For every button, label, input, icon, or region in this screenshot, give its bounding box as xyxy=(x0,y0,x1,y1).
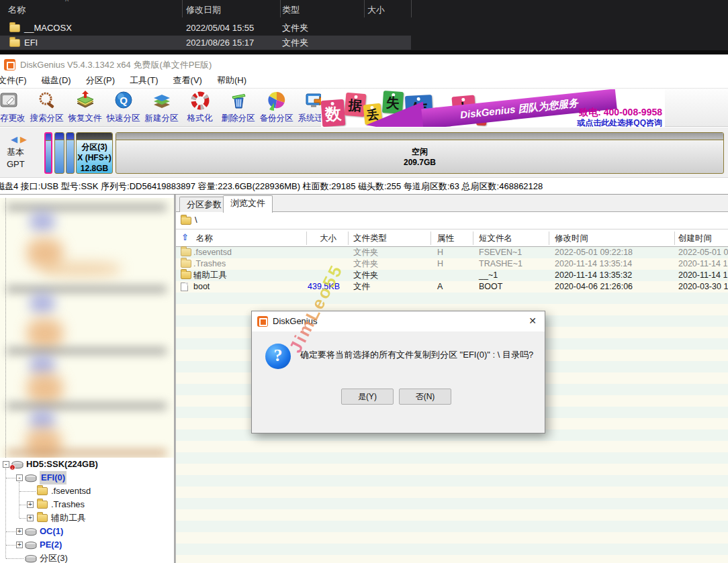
menu-help[interactable]: 帮助(H) xyxy=(210,74,254,87)
column-divider[interactable] xyxy=(364,0,365,17)
menu-tools[interactable]: 工具(T) xyxy=(122,74,166,87)
tree-item-partition3[interactable]: 分区(3) xyxy=(0,552,174,563)
tree-label: .Trashes xyxy=(51,498,85,511)
explorer-header-size[interactable]: 大小 xyxy=(367,4,385,16)
free-space-block[interactable]: 空闲 209.7GB xyxy=(116,132,724,174)
expand-toggle[interactable]: - xyxy=(3,461,9,468)
header-attr[interactable]: 属性 xyxy=(437,233,454,244)
folder-icon xyxy=(181,248,191,256)
free-label: 空闲 xyxy=(116,146,723,157)
file-row-fseventsd[interactable]: .fseventsd 文件夹 H FSEVEN~1 2022-05-01 09:… xyxy=(176,247,728,258)
tree-label: PE(2) xyxy=(40,538,62,552)
tree-item-tools[interactable]: + 辅助工具 xyxy=(0,511,174,525)
partition-block[interactable] xyxy=(54,132,64,174)
explorer-header-date[interactable]: 修改日期 xyxy=(186,4,221,16)
partition-map: 基本 GPT 分区(3) X (HFS+) 12.8GB 空闲 209.7GB xyxy=(0,127,728,178)
backup-partition-button[interactable]: 备份分区 xyxy=(257,89,295,127)
svg-text:Q: Q xyxy=(120,95,128,106)
scroll-right-icon[interactable] xyxy=(20,134,27,144)
toolbar-label: 搜索分区 xyxy=(28,113,66,124)
save-icon xyxy=(0,91,19,111)
explorer-header-type[interactable]: 类型 xyxy=(282,4,300,16)
banner-qq-link[interactable]: 或点击此处选择QQ咨询 xyxy=(556,117,662,127)
expand-toggle[interactable]: + xyxy=(27,501,34,508)
partition-block-hfs[interactable]: 分区(3) X (HFS+) 12.8GB xyxy=(76,132,113,174)
toolbar-label: 备份分区 xyxy=(257,113,295,124)
expand-toggle[interactable]: - xyxy=(16,474,23,481)
backup-partition-icon xyxy=(267,91,287,111)
new-partition-button[interactable]: 新建分区 xyxy=(142,89,181,127)
partition-fs: X (HFS+) xyxy=(77,152,112,163)
toolbar-buttons: 保存更改 搜索分区 恢复文件 Q 快速分区 新建分区 xyxy=(0,89,334,127)
partition-icon xyxy=(25,554,37,563)
window-title: DiskGenius V5.4.3.1342 x64 免费版(单文件PE版) xyxy=(20,59,212,71)
title-bar[interactable]: DiskGenius V5.4.3.1342 x64 免费版(单文件PE版) xyxy=(0,54,728,73)
disk-info-bar: 磁盘4 接口:USB 型号:SSK 序列号:DD56419883897 容量:2… xyxy=(0,178,728,195)
sort-ascending-icon[interactable] xyxy=(181,232,189,242)
expand-toggle[interactable]: + xyxy=(27,515,34,521)
tree-item-trashes[interactable]: + .Trashes xyxy=(0,498,174,511)
partition-size: 12.8GB xyxy=(77,163,112,174)
toolbar-label: 保存更改 xyxy=(0,113,28,124)
save-changes-button[interactable]: 保存更改 xyxy=(0,89,28,127)
delete-partition-button[interactable]: 删除分区 xyxy=(219,89,257,127)
format-icon xyxy=(190,91,210,111)
menu-view[interactable]: 查看(V) xyxy=(166,74,210,87)
column-divider[interactable] xyxy=(182,0,183,17)
explorer-row-macosx[interactable]: __MACOSX 2022/05/04 15:55 文件夹 xyxy=(0,21,728,35)
expand-toggle[interactable]: + xyxy=(16,542,23,548)
column-divider[interactable] xyxy=(430,232,431,245)
file-name: __MACOSX xyxy=(24,21,72,35)
column-divider[interactable] xyxy=(348,232,349,245)
header-modified[interactable]: 修改时间 xyxy=(555,233,588,244)
file-explorer-window: ^ 名称 修改日期 类型 大小 __MACOSX 2022/05/04 15:5… xyxy=(0,0,728,54)
column-divider[interactable] xyxy=(674,232,675,245)
column-divider[interactable] xyxy=(411,0,412,17)
header-name[interactable]: 名称 xyxy=(196,233,213,244)
partition-block-selected-small[interactable] xyxy=(44,132,52,174)
banner-tag: 数 xyxy=(321,99,345,127)
explorer-header-name[interactable]: 名称 xyxy=(8,4,26,16)
delete-partition-icon xyxy=(228,91,248,111)
menu-disk[interactable]: 磁盘(D) xyxy=(34,74,79,87)
partition-block[interactable] xyxy=(66,132,75,174)
tab-browse-files[interactable]: 浏览文件 xyxy=(223,195,273,213)
menu-file[interactable]: 文件(F) xyxy=(0,74,34,87)
partition-icon xyxy=(25,527,37,536)
menu-bar: 文件(F) 磁盘(D) 分区(P) 工具(T) 查看(V) 帮助(H) xyxy=(0,73,728,88)
path-bar: \ xyxy=(176,212,728,229)
column-divider[interactable] xyxy=(473,232,473,245)
recover-files-button[interactable]: 恢复文件 xyxy=(66,89,104,127)
column-divider[interactable] xyxy=(306,232,307,245)
format-button[interactable]: 格式化 xyxy=(181,89,219,127)
recover-files-icon xyxy=(75,91,95,111)
file-type: 文件夹 xyxy=(282,21,308,35)
file-row-tools[interactable]: 辅助工具 文件夹 __~1 2020-11-14 13:35:32 2020-1… xyxy=(176,270,728,281)
tree-item-efi0[interactable]: - EFI(0) xyxy=(0,471,174,484)
header-shortname[interactable]: 短文件名 xyxy=(479,233,512,244)
yes-button[interactable]: 是(Y) xyxy=(341,389,394,405)
scroll-left-icon[interactable] xyxy=(11,134,17,144)
partition-tree: - ↓ HD5:SSK(224GB) - EFI(0) .fseventsd + xyxy=(0,458,174,563)
column-divider[interactable] xyxy=(549,232,549,245)
quick-partition-button[interactable]: Q 快速分区 xyxy=(104,89,142,127)
tree-item-oc1[interactable]: + OC(1) xyxy=(0,525,174,538)
no-button[interactable]: 否(N) xyxy=(399,389,451,405)
tree-item-pe2[interactable]: + PE(2) xyxy=(0,538,174,552)
close-icon[interactable]: ✕ xyxy=(529,315,537,326)
header-filetype[interactable]: 文件类型 xyxy=(353,233,387,244)
file-row-boot[interactable]: boot 439.5KB 文件 A BOOT 2020-04-06 21:26:… xyxy=(176,281,728,293)
explorer-row-efi-selected[interactable]: EFI 2021/08/26 15:17 文件夹 xyxy=(0,36,411,50)
header-size[interactable]: 大小 xyxy=(320,233,336,244)
column-divider[interactable] xyxy=(280,0,281,17)
tab-partition-params[interactable]: 分区参数 xyxy=(179,197,229,212)
header-created[interactable]: 创建时间 xyxy=(678,233,712,244)
ad-banner[interactable]: 数 据 丢 失 怎 么 办 ! DiskGenius 团队为您服务 致电: 40… xyxy=(321,89,665,127)
search-partition-button[interactable]: 搜索分区 xyxy=(28,89,66,127)
disk-icon: ↓ xyxy=(11,460,24,469)
menu-partition[interactable]: 分区(P) xyxy=(79,74,122,87)
tree-item-hd5[interactable]: - ↓ HD5:SSK(224GB) xyxy=(0,458,174,471)
tree-item-fseventsd[interactable]: .fseventsd xyxy=(0,484,174,498)
expand-toggle[interactable]: + xyxy=(16,528,23,535)
file-row-trashes[interactable]: .Trashes 文件夹 H TRASHE~1 2020-11-14 13:35… xyxy=(176,258,728,270)
